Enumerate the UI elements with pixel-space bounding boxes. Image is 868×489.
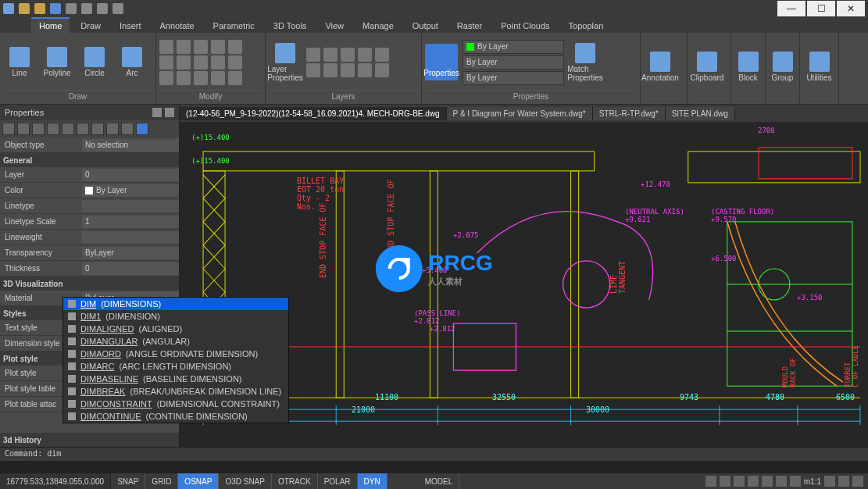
app-icon[interactable] [3,3,14,14]
prop-value[interactable]: No selection [82,139,179,152]
grid-icon[interactable] [720,476,730,487]
stretch-icon[interactable] [159,71,173,85]
properties-button[interactable]: Properties [425,44,458,80]
layer-unlock-icon[interactable] [341,63,355,77]
status-toggle-o3dsnap[interactable]: O3D SNAP [219,473,272,489]
document-tab[interactable]: P & I Diagram For Water System.dwg* [447,107,593,120]
ribbon-tab-topoplan[interactable]: Topoplan [561,19,612,33]
match-properties-button[interactable]: Match Properties [569,43,602,82]
trim-icon[interactable] [194,40,208,54]
explode-icon[interactable] [211,55,225,70]
new-icon[interactable] [19,3,30,14]
move-icon[interactable] [159,40,173,54]
utilities-button[interactable]: Utilities [803,52,835,82]
autocomplete-item[interactable]: DIMBREAK (BREAK/UNBREAK DIMENSION LINE) [63,385,288,398]
block-button[interactable]: Block [734,52,762,82]
ribbon-tab-3d-tools[interactable]: 3D Tools [266,19,315,33]
erase-icon[interactable] [211,40,225,54]
color-dropdown[interactable]: By Layer [463,40,564,54]
autocomplete-item[interactable]: DIMCONTINUE (CONTINUE DIMENSION) [63,410,288,423]
prop-value[interactable]: 0 [82,262,179,275]
fillet-icon[interactable] [194,55,208,70]
status-toggle-snap[interactable]: SNAP [111,473,145,489]
ribbon-tab-draw[interactable]: Draw [73,19,109,33]
settings-icon[interactable] [852,476,863,487]
save-icon[interactable] [50,3,61,14]
document-tab[interactable]: (12-40-56_PM_9-19-2022)(12-54-58_16.09.2… [180,107,447,120]
annotation-button[interactable]: Annotation [644,52,677,82]
ribbon-tab-parametric[interactable]: Parametric [205,19,263,33]
pin-icon[interactable] [152,108,162,117]
status-toggle-polar[interactable]: POLAR [318,473,358,489]
align-icon[interactable] [211,71,225,85]
command-autocomplete[interactable]: DIM (DIMENSIONS)DIM1 (DIMENSION)DIMALIGN… [63,297,289,423]
ribbon-tab-annotate[interactable]: Annotate [152,19,202,33]
model-toggle[interactable]: MODEL [419,473,460,489]
ribbon-tab-point-clouds[interactable]: Point Clouds [493,19,557,33]
linetype-dropdown[interactable]: By Layer [463,55,564,70]
ribbon-tab-home[interactable]: Home [31,17,70,33]
polyline-button[interactable]: Polyline [41,47,73,77]
status-toggle-dyn[interactable]: DYN [358,473,388,489]
autocomplete-item[interactable]: DIMCONSTRAINT (DIMENSIONAL CONSTRAINT) [63,398,288,410]
autocomplete-item[interactable]: DIMANGULAR (ANGULAR) [63,335,288,348]
layer-off-icon[interactable] [306,48,320,62]
command-input[interactable] [0,461,868,473]
layer-state-icon[interactable] [358,48,372,62]
workspace-icon[interactable] [790,476,801,487]
pin-prop-icon[interactable] [136,123,148,135]
filter-icon[interactable] [32,123,45,135]
status-toggle-grid[interactable]: GRID [145,473,178,489]
iso-icon[interactable] [705,476,716,487]
prop-value[interactable]: 0 [82,169,179,181]
circle-button[interactable]: Circle [78,47,111,77]
layer-properties-button[interactable]: Layer Properties [269,43,302,82]
hide-icon[interactable] [77,123,89,135]
quickselect-icon[interactable] [47,123,59,135]
layer-walk-icon[interactable] [358,63,372,77]
isolate-icon[interactable] [62,123,74,135]
group-button[interactable]: Group [769,52,796,82]
scale-icon[interactable] [177,55,191,70]
plot-icon[interactable] [97,3,108,14]
prop-group-header[interactable]: General [0,153,179,167]
ribbon-tab-insert[interactable]: Insert [112,19,149,33]
layer-thaw-icon[interactable] [323,63,338,77]
copy-icon[interactable] [159,55,173,70]
plus-icon[interactable] [838,476,849,487]
prop-value[interactable]: ByLayer [82,247,179,259]
ribbon-tab-manage[interactable]: Manage [355,19,402,33]
join-icon[interactable] [228,71,242,85]
layer-freeze-icon[interactable] [323,48,338,62]
lineweight-dropdown[interactable]: By Layer [463,71,564,85]
ribbon-tab-raster[interactable]: Raster [449,19,490,33]
prop-value[interactable] [82,200,179,212]
measure-icon[interactable] [121,123,134,135]
select-icon[interactable] [2,123,15,135]
undo-icon[interactable] [66,3,77,14]
line-button[interactable]: Line [3,47,36,77]
ribbon-tab-output[interactable]: Output [405,19,446,33]
autocomplete-item[interactable]: DIMALIGNED (ALIGNED) [63,323,288,335]
autocomplete-item[interactable]: DIMAORD (ANGLE ORDINATE DIMENSION) [63,348,288,360]
arc-button[interactable]: Arc [116,47,148,77]
scale-display[interactable]: m1:1 [804,477,821,486]
lwt-icon[interactable] [748,476,759,487]
clean-icon[interactable] [824,476,835,487]
chamfer-icon[interactable] [194,71,208,85]
lock-icon[interactable] [734,476,745,487]
unhide-icon[interactable] [91,123,104,135]
dynucs-icon[interactable] [762,476,773,487]
properties-panel-header[interactable]: Properties [0,105,179,120]
status-toggle-otrack[interactable]: OTRACK [272,473,318,489]
autocomplete-item[interactable]: DIMBASELINE (BASELINE DIMENSION) [63,373,288,385]
ribbon-tab-view[interactable]: View [317,19,352,33]
close-button[interactable]: ✕ [837,1,865,16]
redo-icon[interactable] [81,3,92,14]
mirror-icon[interactable] [228,40,242,54]
prop-group-header[interactable]: 3D Visualization [0,277,179,291]
status-toggle-osnap[interactable]: OSNAP [178,473,219,489]
clipboard-button[interactable]: Clipboard [691,52,723,82]
prop-value[interactable]: By Layer [82,184,179,197]
maximize-button[interactable]: ☐ [807,1,835,16]
